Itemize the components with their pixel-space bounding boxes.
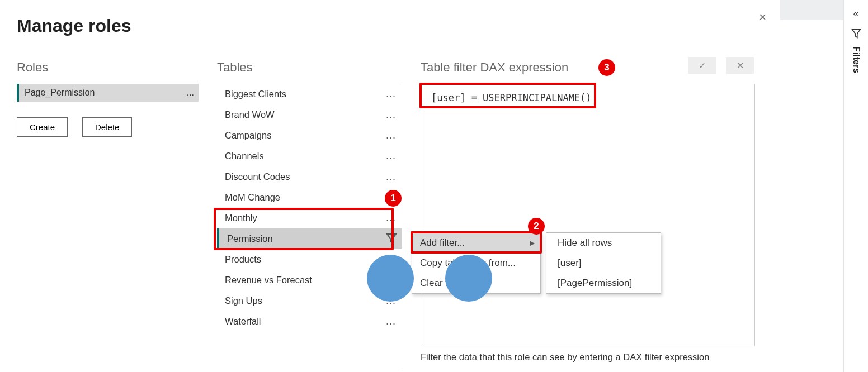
- dax-expression-editor[interactable]: [user] = USERPRINCIPALNAME(): [421, 84, 755, 346]
- table-item[interactable]: Waterfall...: [217, 311, 402, 332]
- submenu-arrow-icon: ▶: [530, 239, 535, 247]
- table-item-more-icon[interactable]: ...: [386, 212, 396, 224]
- menu-copy-filter[interactable]: Copy table filter from...: [412, 253, 540, 273]
- table-item-label: Discount Codes: [225, 171, 290, 182]
- table-item-label: Waterfall: [225, 316, 261, 327]
- table-item[interactable]: Products...: [217, 249, 402, 270]
- create-role-button[interactable]: Create: [17, 117, 68, 137]
- dialog-title: Manage roles: [17, 16, 131, 36]
- roles-list: Page_Permission ...: [17, 84, 199, 102]
- menu-item-label: [user]: [558, 257, 582, 269]
- submenu-pagepermission[interactable]: [PagePermission]: [546, 273, 661, 293]
- menu-item-label: Clear table filter: [420, 278, 487, 289]
- table-item-more-icon[interactable]: ...: [386, 316, 396, 327]
- table-item-label: Brand WoW: [225, 109, 275, 120]
- menu-item-label: Hide all rows: [558, 237, 612, 249]
- background-strip: [780, 0, 843, 20]
- table-item-label: Channels: [225, 151, 264, 161]
- dax-help-text: Filter the data that this role can see b…: [421, 352, 755, 363]
- table-item-more-icon[interactable]: ...: [386, 171, 396, 183]
- roles-column-label: Roles: [17, 60, 48, 75]
- table-item[interactable]: Brand WoW...: [217, 104, 402, 125]
- vertical-divider: [402, 84, 402, 369]
- table-item-more-icon[interactable]: ...: [386, 109, 396, 121]
- table-item-label: Products: [225, 254, 261, 265]
- table-item-permission[interactable]: Permission: [217, 228, 402, 249]
- role-item-more-icon[interactable]: ...: [187, 88, 194, 98]
- menu-item-label: Copy table filter from...: [420, 257, 516, 269]
- menu-add-filter[interactable]: Add filter... ▶: [412, 233, 540, 253]
- table-item[interactable]: Discount Codes...: [217, 166, 402, 187]
- expand-pane-icon[interactable]: «: [853, 8, 858, 20]
- menu-clear-filter[interactable]: Clear table filter: [412, 273, 540, 293]
- dax-apply-button[interactable]: ✓: [688, 57, 716, 74]
- tables-list: Biggest Clients... Brand WoW... Campaign…: [217, 84, 402, 332]
- role-item-selected[interactable]: Page_Permission ...: [17, 84, 199, 102]
- table-item-label: Campaigns: [225, 130, 271, 141]
- dax-expression-text: [user] = USERPRINCIPALNAME(): [421, 84, 754, 111]
- table-item-more-icon[interactable]: ...: [386, 254, 396, 265]
- menu-item-label: Add filter...: [420, 237, 465, 249]
- role-item-label: Page_Permission: [25, 88, 95, 98]
- table-context-menu: Add filter... ▶ Copy table filter from..…: [412, 232, 541, 294]
- table-item-label: MoM Change: [225, 192, 280, 203]
- funnel-icon[interactable]: [851, 28, 861, 41]
- table-item-label: Revenue vs Forecast: [225, 275, 312, 285]
- filters-rail-label[interactable]: Filters: [851, 46, 861, 73]
- table-item[interactable]: Monthly...: [217, 208, 402, 228]
- table-item-more-icon[interactable]: ...: [386, 192, 396, 203]
- dax-column-label: Table filter DAX expression: [421, 60, 568, 75]
- add-filter-submenu: Hide all rows [user] [PagePermission]: [546, 232, 661, 294]
- table-item[interactable]: Channels...: [217, 146, 402, 166]
- menu-item-label: [PagePermission]: [558, 278, 632, 289]
- table-item[interactable]: MoM Change...: [217, 187, 402, 208]
- filter-applied-icon: [386, 233, 397, 246]
- table-item-more-icon[interactable]: ...: [386, 274, 396, 286]
- table-item[interactable]: Campaigns...: [217, 125, 402, 146]
- table-item-more-icon[interactable]: ...: [386, 88, 396, 100]
- delete-role-button[interactable]: Delete: [82, 117, 132, 137]
- table-item-label: Monthly: [225, 213, 257, 223]
- dax-cancel-button[interactable]: ✕: [726, 57, 754, 74]
- close-icon[interactable]: ×: [759, 10, 766, 25]
- table-item-label: Permission: [227, 233, 273, 244]
- tables-column-label: Tables: [217, 60, 253, 75]
- table-item[interactable]: Sign Ups...: [217, 290, 402, 311]
- table-item-label: Sign Ups: [225, 295, 262, 306]
- filters-panel-collapsed: « Filters: [843, 0, 868, 372]
- table-item[interactable]: Biggest Clients...: [217, 84, 402, 104]
- submenu-hide-all[interactable]: Hide all rows: [546, 233, 661, 253]
- table-item[interactable]: Revenue vs Forecast...: [217, 270, 402, 290]
- table-item-label: Biggest Clients: [225, 89, 286, 99]
- table-item-more-icon[interactable]: ...: [386, 295, 396, 307]
- submenu-user[interactable]: [user]: [546, 253, 661, 273]
- table-item-more-icon[interactable]: ...: [386, 130, 396, 141]
- manage-roles-dialog: × Manage roles Roles Tables Table filter…: [0, 0, 780, 372]
- table-item-more-icon[interactable]: ...: [386, 150, 396, 162]
